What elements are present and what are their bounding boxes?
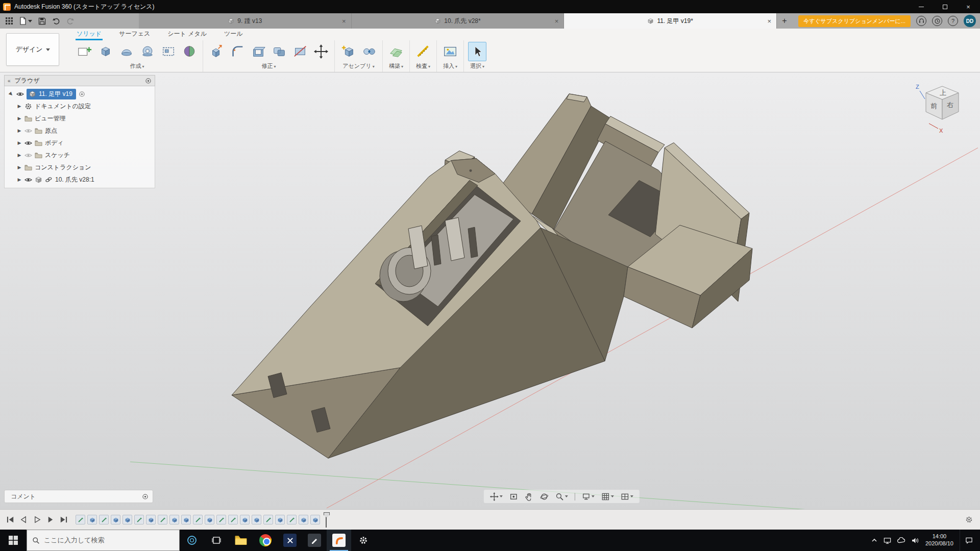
viewports-button[interactable] (621, 492, 633, 501)
create-sketch-button[interactable] (76, 42, 94, 61)
timeline-feature-extrude[interactable] (111, 515, 120, 524)
group-label-modify[interactable]: 修正 (207, 61, 330, 72)
app-grid-icon[interactable] (5, 17, 13, 25)
redo-icon[interactable] (66, 17, 75, 25)
workspace-selector[interactable]: デザイン (6, 33, 59, 66)
comment-box[interactable]: コメント (4, 490, 153, 503)
taskbar-clock[interactable]: 14:00 2020/08/10 (925, 533, 953, 547)
tree-item-origin[interactable]: ▶ 原点 (5, 124, 155, 137)
expand-triangle-icon[interactable]: ▶ (17, 116, 22, 121)
timeline-settings-gear-icon[interactable] (965, 516, 973, 523)
app-icon-pen[interactable] (302, 530, 327, 551)
file-menu-icon[interactable] (19, 17, 32, 25)
timeline-feature-sketch[interactable] (158, 515, 167, 524)
tree-item-root[interactable]: ▶ 11. 足甲 v19 (5, 88, 155, 100)
taskbar-search-input[interactable]: ここに入力して検索 (27, 530, 180, 551)
maximize-button[interactable] (933, 0, 957, 13)
step-back-button[interactable] (19, 515, 28, 524)
group-label-construct[interactable]: 構築 (387, 61, 405, 72)
tray-monitor-icon[interactable] (884, 537, 891, 544)
revolve-button[interactable] (117, 42, 136, 61)
tray-speaker-icon[interactable] (912, 537, 919, 544)
visibility-eye-icon[interactable] (24, 128, 32, 134)
expand-triangle-icon[interactable]: ▶ (17, 153, 22, 158)
timeline-feature-extrude[interactable] (181, 515, 191, 524)
tab-solid[interactable]: ソリッド (76, 30, 103, 40)
timeline-feature-sketch[interactable] (99, 515, 109, 524)
expand-triangle-icon[interactable]: ▶ (8, 90, 15, 97)
timeline-feature-extrude[interactable] (87, 515, 97, 524)
press-pull-button[interactable] (207, 42, 226, 61)
timeline-feature-extrude[interactable] (240, 515, 250, 524)
tab-tools[interactable]: ツール (223, 30, 244, 40)
tray-expand-chevron-icon[interactable] (871, 537, 877, 543)
tree-item-bodies[interactable]: ▶ ボディ (5, 137, 155, 149)
look-at-button[interactable] (509, 492, 518, 501)
file-explorer-icon[interactable] (229, 530, 253, 551)
timeline-feature-sketch[interactable] (193, 515, 203, 524)
save-icon[interactable] (38, 17, 46, 25)
tab-tsumasaki[interactable]: 10. 爪先 v28* × (352, 13, 565, 29)
viewport[interactable]: « ブラウザ ▶ 11. 足甲 v19 ▶ ドキュメントの設定 (0, 72, 980, 509)
timeline-feature-extrude[interactable] (275, 515, 285, 524)
user-avatar[interactable]: DD (964, 15, 976, 27)
tab-close-icon[interactable]: × (342, 18, 346, 24)
shell-button[interactable] (249, 42, 267, 61)
settings-gear-icon[interactable] (351, 530, 376, 551)
pan-button[interactable] (525, 492, 533, 501)
move-copy-button[interactable] (312, 42, 330, 61)
tray-cloud-icon[interactable] (897, 537, 905, 543)
subscription-button[interactable]: 今すぐサブスクリプションメンバーに... (798, 15, 911, 27)
step-forward-button[interactable] (46, 515, 55, 524)
job-status-icon[interactable] (932, 16, 942, 26)
comment-options-icon[interactable] (142, 493, 149, 500)
tree-item-document-settings[interactable]: ▶ ドキュメントの設定 (5, 100, 155, 112)
extrude-button[interactable] (96, 42, 115, 61)
timeline-feature-sketch[interactable] (263, 515, 273, 524)
visibility-eye-icon[interactable] (24, 177, 32, 183)
timeline-position-marker[interactable] (323, 512, 329, 528)
grid-settings-button[interactable] (601, 492, 614, 501)
tab-kakato[interactable]: 9. 踵 v13 × (139, 13, 352, 29)
group-label-insert[interactable]: 挿入 (441, 61, 459, 72)
fillet-button[interactable] (228, 42, 247, 61)
start-button[interactable] (0, 530, 27, 551)
timeline-feature-sketch[interactable] (228, 515, 238, 524)
insert-canvas-button[interactable] (441, 42, 459, 61)
timeline-feature-extrude[interactable] (146, 515, 156, 524)
expand-triangle-icon[interactable]: ▶ (17, 128, 22, 133)
tree-item-linked-component[interactable]: ▶ 10. 爪先 v28:1 (5, 173, 155, 186)
view-cube[interactable]: Z 上 前 右 X (912, 81, 969, 138)
construction-plane-button[interactable] (387, 42, 405, 61)
group-label-inspect[interactable]: 検査 (414, 61, 432, 72)
zoom-button[interactable] (555, 492, 568, 501)
timeline-feature-extrude[interactable] (310, 515, 320, 524)
active-document-pill[interactable]: 11. 足甲 v19 (27, 89, 76, 99)
expand-triangle-icon[interactable]: ▶ (17, 104, 22, 109)
collapse-panel-icon[interactable]: « (8, 78, 11, 84)
minimize-button[interactable] (910, 0, 933, 13)
play-button[interactable] (33, 515, 41, 524)
visibility-eye-icon[interactable] (16, 91, 24, 97)
app-icon-x[interactable] (278, 530, 302, 551)
new-document-button[interactable]: + (777, 13, 792, 29)
cortana-button[interactable] (180, 530, 204, 551)
panel-options-icon[interactable] (145, 78, 152, 84)
tree-item-named-views[interactable]: ▶ ビュー管理 (5, 112, 155, 124)
expand-triangle-icon[interactable]: ▶ (17, 165, 22, 170)
new-component-button[interactable] (339, 42, 357, 61)
tab-surface[interactable]: サーフェス (118, 30, 151, 40)
go-to-start-button[interactable] (6, 515, 15, 524)
tab-ashiko-active[interactable]: 11. 足甲 v19* × (564, 13, 777, 29)
tab-sheet-metal[interactable]: シート メタル (166, 30, 208, 40)
tree-item-sketches[interactable]: ▶ スケッチ (5, 149, 155, 161)
pattern-button[interactable] (159, 42, 178, 61)
close-button[interactable]: × (957, 0, 980, 13)
activate-radio-icon[interactable] (79, 91, 85, 97)
tree-item-construction[interactable]: ▶ コンストラクション (5, 161, 155, 173)
create-form-button[interactable] (180, 42, 199, 61)
timeline-feature-extrude[interactable] (252, 515, 261, 524)
support-icon[interactable] (916, 16, 926, 26)
combine-button[interactable] (270, 42, 288, 61)
undo-icon[interactable] (52, 17, 60, 25)
